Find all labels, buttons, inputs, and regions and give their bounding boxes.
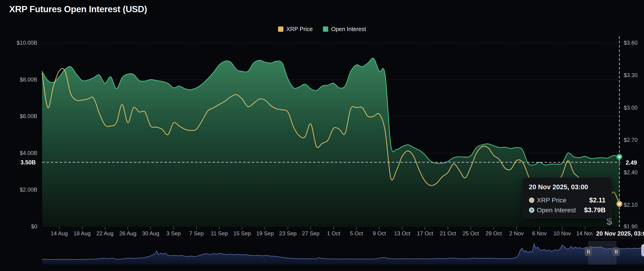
open-interest-swatch-icon bbox=[323, 27, 328, 32]
y-axis-right-label: $2.10 bbox=[624, 201, 644, 208]
x-axis-tick-label: 14 Nov bbox=[576, 230, 594, 237]
x-axis-tick-label: 3 Sep bbox=[166, 230, 181, 237]
tooltip-title: 20 Nov 2025, 03:00 bbox=[529, 183, 606, 191]
x-axis-tick-label: 14 Aug bbox=[50, 230, 68, 237]
x-axis-tick-label: 19 Sep bbox=[256, 230, 274, 237]
x-axis-tick-label: 9 Oct bbox=[373, 230, 386, 237]
x-axis-tick-label: 26 Aug bbox=[119, 230, 136, 237]
y-axis-right-label: $2.70 bbox=[624, 137, 644, 143]
y-axis-left-label: $10.00B bbox=[3, 39, 37, 46]
y-axis-left-label: $8.00B bbox=[3, 76, 37, 83]
crosshair-date-badge: 20 Nov 2025, 03:00 bbox=[592, 228, 644, 239]
xrp-price-last-point-marker bbox=[617, 202, 622, 206]
page-title: XRP Futures Open Interest (USD) bbox=[9, 4, 147, 14]
xrp-price-swatch-icon bbox=[278, 27, 283, 32]
legend-item-open-interest[interactable]: Open Interest bbox=[323, 26, 366, 33]
x-axis-tick-label: 6 Nov bbox=[532, 230, 547, 237]
y-axis-right-label: $3.00 bbox=[624, 104, 644, 111]
crosshair-left-value-badge: 3.50B bbox=[17, 157, 39, 167]
y-axis-right-label: $3.60 bbox=[624, 39, 644, 46]
xrp-price-dot-icon bbox=[530, 199, 533, 202]
x-axis-tick-label: 1 Oct bbox=[327, 230, 340, 237]
crosshair-right-value-badge: 2.49 bbox=[621, 158, 642, 167]
tooltip-label: XRP Price bbox=[537, 197, 589, 204]
navigator-handle[interactable] bbox=[585, 247, 592, 256]
x-axis-tick-label: 29 Oct bbox=[486, 230, 502, 237]
legend-label: Open Interest bbox=[331, 26, 366, 33]
chart-page: XRP Futures Open Interest (USD) XRP Pric… bbox=[0, 0, 644, 271]
x-axis-tick-label: 5 Oct bbox=[350, 230, 363, 237]
y-axis-left-label: $2.00B bbox=[3, 186, 37, 193]
x-axis-tick-label: 7 Sep bbox=[189, 230, 204, 237]
tooltip-label: Open Interest bbox=[537, 206, 584, 214]
x-axis-tick-label: 17 Oct bbox=[417, 230, 433, 237]
y-axis-right-label: $2.40 bbox=[624, 169, 644, 176]
open-interest-last-point-marker bbox=[617, 155, 622, 159]
open-interest-dot-icon bbox=[530, 209, 533, 212]
x-axis-tick-label: 21 Oct bbox=[440, 230, 456, 237]
y-axis-left-label: $4.00B bbox=[3, 150, 37, 157]
x-axis-tick-label: 10 Nov bbox=[554, 230, 571, 237]
y-axis-left-label: $0 bbox=[3, 223, 37, 230]
legend: XRP Price Open Interest bbox=[0, 26, 644, 33]
tooltip-row-xrp-price: XRP Price $2.11 bbox=[529, 196, 606, 204]
navigator-selected-range[interactable] bbox=[588, 241, 616, 264]
x-axis-tick-label: 2 Nov bbox=[509, 230, 524, 237]
x-axis-tick-label: 27 Sep bbox=[302, 230, 320, 237]
x-axis-tick-label: 18 Aug bbox=[74, 230, 91, 237]
x-axis-tick-label: 25 Oct bbox=[463, 230, 479, 237]
tooltip-value: $3.79B bbox=[584, 206, 606, 214]
legend-item-xrp-price[interactable]: XRP Price bbox=[278, 26, 313, 33]
navigator[interactable] bbox=[42, 241, 644, 264]
legend-label: XRP Price bbox=[286, 26, 313, 33]
x-axis-tick-label: 15 Sep bbox=[234, 230, 251, 237]
x-axis-tick-label: 11 Sep bbox=[211, 230, 228, 237]
tooltip-value: $2.11 bbox=[589, 196, 606, 204]
x-axis-tick-label: 30 Aug bbox=[142, 230, 160, 237]
y-axis-left-label: $6.00B bbox=[3, 113, 37, 120]
tooltip-row-open-interest: Open Interest $3.79B bbox=[529, 206, 606, 214]
navigator-handle[interactable] bbox=[612, 247, 620, 256]
x-axis-tick-label: 22 Aug bbox=[96, 230, 114, 237]
x-axis-tick-label: 23 Sep bbox=[279, 230, 297, 237]
tooltip: 20 Nov 2025, 03:00 XRP Price $2.11 Open … bbox=[522, 177, 612, 218]
y-axis-right-label: $3.30 bbox=[624, 72, 644, 79]
navigator-edge-handle[interactable] bbox=[641, 244, 644, 256]
x-axis-tick-label: 13 Oct bbox=[394, 230, 410, 237]
navigator-area[interactable] bbox=[42, 244, 644, 264]
